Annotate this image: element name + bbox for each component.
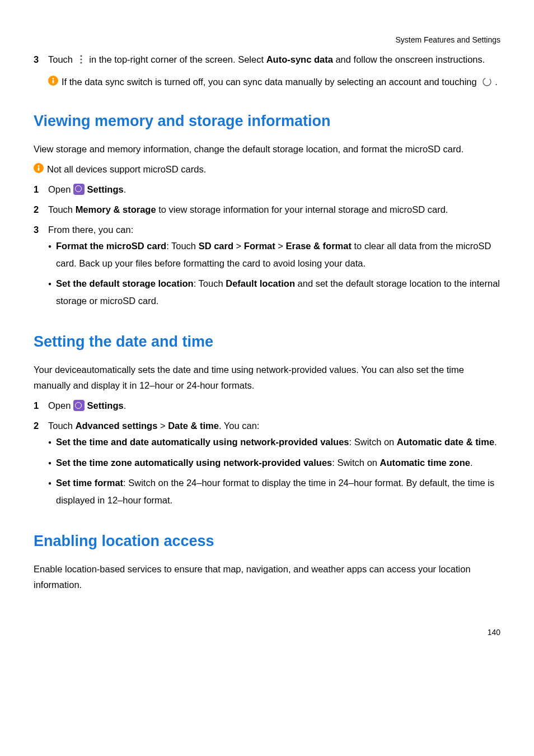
note-content: If the data sync switch is turned off, y… — [58, 74, 500, 92]
page-header: System Features and Settings — [34, 34, 500, 47]
svg-point-1 — [80, 58, 82, 60]
step-number: 1 — [34, 181, 48, 197]
bullet-icon: ● — [48, 474, 56, 508]
text: in the top-right corner of the screen. S… — [89, 54, 264, 64]
info-note: Not all devices support microSD cards. — [34, 161, 500, 177]
text: Open — [48, 400, 71, 410]
text: : Switch on — [349, 437, 395, 447]
bold-label: Format — [244, 241, 275, 251]
bold-label: Automatic time zone — [380, 458, 470, 468]
text: . You can: — [219, 421, 260, 431]
bold-label: Memory & storage — [76, 204, 156, 214]
text: Touch — [48, 54, 73, 64]
list-item: ● Format the microSD card: Touch SD card… — [48, 237, 500, 272]
paragraph: Enable location-based services to ensure… — [34, 561, 500, 592]
bold-label: Date & time — [168, 421, 219, 431]
paragraph: Your deviceautomatically sets the date a… — [34, 362, 500, 393]
svg-rect-9 — [38, 167, 40, 170]
text: to view storage information for your int… — [158, 204, 448, 214]
step-1: 1 Open Settings. — [34, 181, 500, 197]
step-2b: 2 Touch Advanced settings > Date & time.… — [34, 418, 500, 512]
svg-point-2 — [80, 62, 82, 63]
step-2: 2 Touch Memory & storage to view storage… — [34, 202, 500, 217]
bold-label: Format the microSD card — [56, 241, 166, 251]
bullet-content: Format the microSD card: Touch SD card >… — [56, 237, 500, 272]
svg-point-6 — [483, 78, 491, 86]
more-vert-icon — [79, 54, 83, 69]
bullet-content: Set the time zone automatically using ne… — [56, 454, 500, 472]
bullet-content: Set the default storage location: Touch … — [56, 275, 500, 309]
note-content: Not all devices support microSD cards. — [44, 161, 500, 177]
bold-label: Settings — [87, 184, 124, 194]
bold-label: Automatic date & time — [397, 437, 494, 447]
list-item: ● Set the default storage location: Touc… — [48, 275, 500, 309]
bold-label: Settings — [87, 400, 124, 410]
info-icon — [48, 76, 58, 86]
bullet-icon: ● — [48, 454, 56, 472]
step-content: Touch Memory & storage to view storage i… — [48, 202, 500, 217]
text: . — [495, 77, 498, 87]
text: From there, you can: — [48, 222, 500, 237]
bold-label: Set the time zone automatically using ne… — [56, 458, 332, 468]
step-content: From there, you can: ● Format the microS… — [48, 222, 500, 312]
refresh-icon — [481, 76, 493, 92]
info-icon — [34, 163, 44, 173]
svg-point-8 — [38, 165, 40, 167]
step-number: 2 — [34, 202, 48, 217]
bullet-icon: ● — [48, 433, 56, 451]
bold-label: Auto-sync data — [266, 54, 333, 64]
text: Touch — [48, 204, 73, 214]
text: Touch — [48, 421, 73, 431]
step-content: Touch Advanced settings > Date & time. Y… — [48, 418, 500, 512]
text: : Switch on — [332, 458, 377, 468]
bold-label: Set time format — [56, 478, 123, 488]
bullet-content: Set the time and date automatically usin… — [56, 433, 500, 451]
step-1b: 1 Open Settings. — [34, 398, 500, 413]
info-note: If the data sync switch is turned off, y… — [48, 74, 500, 92]
step-number: 3 — [34, 222, 48, 312]
step-number: 1 — [34, 398, 48, 413]
bold-label: Default location — [226, 278, 295, 288]
text: If the data sync switch is turned off, y… — [62, 77, 477, 87]
bold-label: Set the time and date automatically usin… — [56, 437, 349, 447]
step-number: 2 — [34, 418, 48, 512]
bullet-icon: ● — [48, 237, 56, 272]
step-3b: 3 From there, you can: ● Format the micr… — [34, 222, 500, 312]
settings-app-icon — [73, 400, 85, 411]
page-number: 140 — [34, 626, 500, 640]
svg-point-4 — [53, 78, 54, 80]
step-content: Open Settings. — [48, 398, 500, 413]
heading-date-time: Setting the date and time — [34, 329, 500, 355]
step-3: 3 Touch in the top-right corner of the s… — [34, 52, 500, 69]
step-content: Touch in the top-right corner of the scr… — [48, 52, 500, 69]
bullet-content: Set time format: Switch on the 24–hour f… — [56, 474, 500, 508]
heading-memory-storage: Viewing memory and storage information — [34, 109, 500, 134]
list-item: ● Set the time and date automatically us… — [48, 433, 500, 451]
text: and follow the onscreen instructions. — [335, 54, 485, 64]
bold-label: Erase & format — [286, 241, 352, 251]
list-item: ● Set the time zone automatically using … — [48, 454, 500, 472]
text: : Touch — [166, 241, 196, 251]
list-item: ● Set time format: Switch on the 24–hour… — [48, 474, 500, 508]
svg-point-0 — [80, 55, 82, 57]
bullet-icon: ● — [48, 275, 56, 309]
step-content: Open Settings. — [48, 181, 500, 197]
step-number: 3 — [34, 52, 48, 69]
bold-label: Advanced settings — [76, 421, 158, 431]
bold-label: SD card — [199, 241, 233, 251]
text: Open — [48, 184, 71, 194]
svg-rect-5 — [53, 80, 54, 83]
settings-app-icon — [73, 184, 85, 195]
heading-location-access: Enabling location access — [34, 529, 500, 554]
bold-label: Set the default storage location — [56, 278, 194, 288]
text: : Touch — [194, 278, 223, 288]
paragraph: View storage and memory information, cha… — [34, 141, 500, 157]
